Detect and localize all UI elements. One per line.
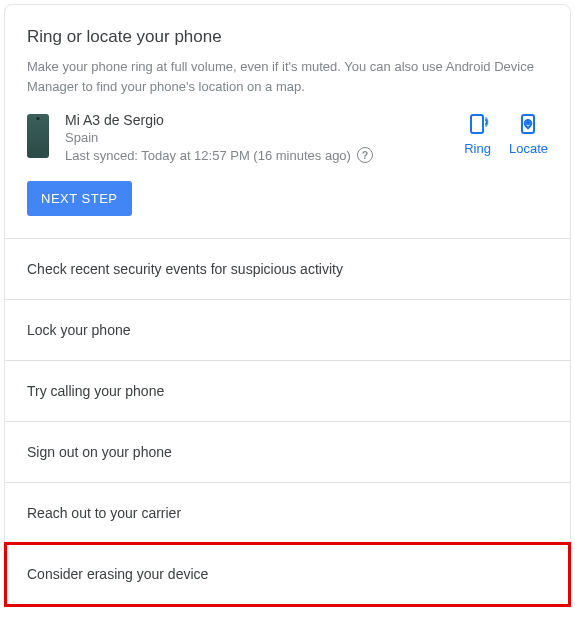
device-name: Mi A3 de Sergio [65, 112, 464, 128]
device-row: Mi A3 de Sergio Spain Last synced: Today… [5, 112, 570, 181]
item-label: Try calling your phone [27, 383, 164, 399]
item-erase-device[interactable]: Consider erasing your device [5, 543, 570, 606]
card-header: Ring or locate your phone Make your phon… [5, 5, 570, 96]
item-security-events[interactable]: Check recent security events for suspici… [5, 238, 570, 299]
item-label: Consider erasing your device [27, 566, 208, 582]
device-actions: Ring Locate [464, 112, 548, 156]
svg-rect-0 [471, 115, 483, 133]
device-last-synced: Last synced: Today at 12:57 PM (16 minut… [65, 147, 464, 163]
device-info: Mi A3 de Sergio Spain Last synced: Today… [65, 112, 464, 163]
item-reach-carrier[interactable]: Reach out to your carrier [5, 482, 570, 543]
ring-icon [466, 112, 490, 136]
item-label: Sign out on your phone [27, 444, 172, 460]
locate-label: Locate [509, 141, 548, 156]
device-location: Spain [65, 130, 464, 145]
item-lock-phone[interactable]: Lock your phone [5, 299, 570, 360]
svg-point-2 [526, 121, 530, 125]
card-title: Ring or locate your phone [27, 27, 548, 47]
next-step-button[interactable]: NEXT STEP [27, 181, 132, 216]
item-sign-out[interactable]: Sign out on your phone [5, 421, 570, 482]
next-step-wrap: NEXT STEP [5, 181, 570, 238]
ring-button[interactable]: Ring [464, 112, 491, 156]
card-description: Make your phone ring at full volume, eve… [27, 57, 548, 96]
security-card: Ring or locate your phone Make your phon… [4, 4, 571, 607]
item-label: Lock your phone [27, 322, 131, 338]
item-label: Check recent security events for suspici… [27, 261, 343, 277]
locate-icon [516, 112, 540, 136]
item-try-calling[interactable]: Try calling your phone [5, 360, 570, 421]
device-thumbnail [27, 114, 49, 158]
ring-label: Ring [464, 141, 491, 156]
item-label: Reach out to your carrier [27, 505, 181, 521]
locate-button[interactable]: Locate [509, 112, 548, 156]
last-synced-text: Last synced: Today at 12:57 PM (16 minut… [65, 148, 351, 163]
help-icon[interactable]: ? [357, 147, 373, 163]
